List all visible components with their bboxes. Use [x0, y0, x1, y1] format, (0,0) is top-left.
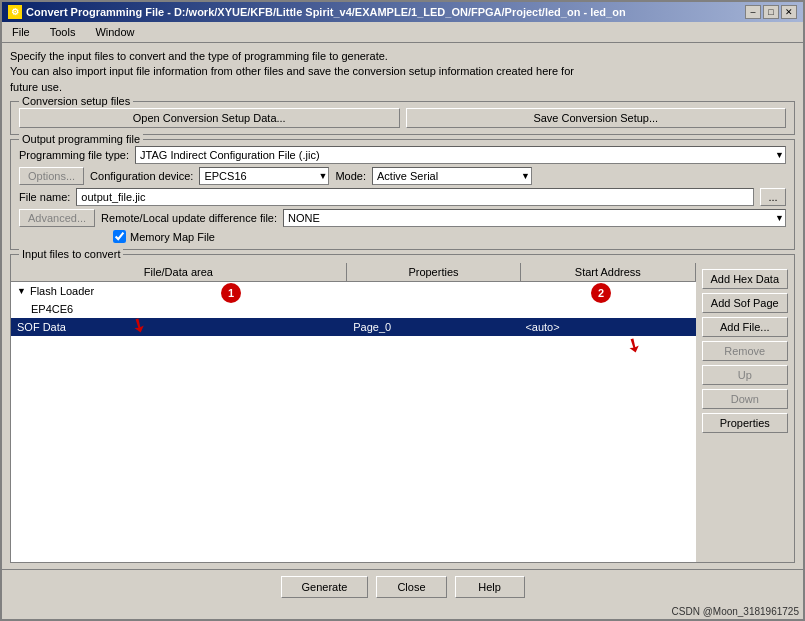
minimize-button[interactable]: –: [745, 5, 761, 19]
up-button[interactable]: Up: [702, 365, 788, 385]
close-button-bottom[interactable]: Close: [376, 576, 446, 598]
ep4ce6-row: EP4CE6: [27, 303, 694, 315]
main-window: ⚙ Convert Programming File - D:/work/XYU…: [0, 0, 805, 621]
conversion-setup-title: Conversion setup files: [19, 95, 133, 107]
input-files-title: Input files to convert: [19, 248, 123, 260]
output-programming-title: Output programming file: [19, 133, 143, 145]
title-bar-left: ⚙ Convert Programming File - D:/work/XYU…: [8, 5, 626, 19]
down-button[interactable]: Down: [702, 389, 788, 409]
add-sof-page-button[interactable]: Add Sof Page: [702, 293, 788, 313]
prog-file-type-label: Programming file type:: [19, 149, 129, 161]
close-button[interactable]: ✕: [781, 5, 797, 19]
output-programming-group: Output programming file Programming file…: [10, 139, 795, 250]
menu-bar: File Tools Window: [2, 22, 803, 43]
title-bar: ⚙ Convert Programming File - D:/work/XYU…: [2, 2, 803, 22]
mode-label: Mode:: [335, 170, 366, 182]
config-device-select-wrapper: EPCS16 ▼: [199, 167, 329, 185]
sof-data-cell: SOF Data: [13, 321, 349, 333]
config-device-label: Configuration device:: [90, 170, 193, 182]
col-properties: Properties: [347, 263, 521, 281]
table-row[interactable]: ▼ Flash Loader: [11, 282, 696, 300]
table-row[interactable]: EP4CE6: [25, 300, 696, 318]
desc-line3: future use.: [10, 80, 795, 95]
memory-map-row: Memory Map File: [19, 230, 786, 243]
add-hex-data-button[interactable]: Add Hex Data: [702, 269, 788, 289]
file-table: File/Data area Properties Start Address …: [11, 263, 696, 562]
menu-tools[interactable]: Tools: [44, 24, 82, 40]
memory-map-checkbox[interactable]: [113, 230, 126, 243]
sof-data-row: SOF Data Page_0 <auto>: [13, 321, 694, 333]
sof-data-label: SOF Data: [17, 321, 66, 333]
input-files-inner: File/Data area Properties Start Address …: [11, 263, 794, 562]
main-content: Specify the input files to convert and t…: [2, 43, 803, 569]
watermark: CSDN @Moon_3181961725: [2, 604, 803, 619]
col-address: Start Address: [521, 263, 695, 281]
maximize-button[interactable]: □: [763, 5, 779, 19]
bottom-bar: Generate Close Help: [2, 569, 803, 604]
file-name-label: File name:: [19, 191, 70, 203]
sof-data-props: Page_0: [349, 321, 521, 333]
title-bar-buttons: – □ ✕: [745, 5, 797, 19]
menu-window[interactable]: Window: [89, 24, 140, 40]
mode-select[interactable]: Active Serial: [372, 167, 532, 185]
ep4ce6-label: EP4CE6: [31, 303, 73, 315]
generate-button[interactable]: Generate: [281, 576, 369, 598]
save-conversion-btn[interactable]: Save Conversion Setup...: [406, 108, 787, 128]
col-file: File/Data area: [11, 263, 347, 281]
config-device-select[interactable]: EPCS16: [199, 167, 329, 185]
remote-select[interactable]: NONE: [283, 209, 786, 227]
table-row[interactable]: SOF Data Page_0 <auto>: [11, 318, 696, 336]
sof-data-addr: <auto>: [521, 321, 693, 333]
menu-file[interactable]: File: [6, 24, 36, 40]
right-buttons-panel: Add Hex Data Add Sof Page Add File... Re…: [696, 263, 794, 562]
options-config-row: Options... Configuration device: EPCS16 …: [19, 167, 786, 185]
help-button[interactable]: Help: [455, 576, 525, 598]
options-button[interactable]: Options...: [19, 167, 84, 185]
flash-loader-cell: ▼ Flash Loader: [13, 285, 349, 297]
memory-map-checkbox-label[interactable]: Memory Map File: [113, 230, 215, 243]
flash-loader-row: ▼ Flash Loader: [13, 285, 694, 297]
properties-button[interactable]: Properties: [702, 413, 788, 433]
description: Specify the input files to convert and t…: [10, 49, 795, 95]
browse-button[interactable]: ...: [760, 188, 786, 206]
memory-map-label: Memory Map File: [130, 231, 215, 243]
window-icon: ⚙: [8, 5, 22, 19]
ep4ce6-cell: EP4CE6: [27, 303, 356, 315]
add-file-button[interactable]: Add File...: [702, 317, 788, 337]
prog-file-type-select[interactable]: JTAG Indirect Configuration File (.jic): [135, 146, 786, 164]
open-conversion-btn[interactable]: Open Conversion Setup Data...: [19, 108, 400, 128]
prog-file-type-select-wrapper: JTAG Indirect Configuration File (.jic) …: [135, 146, 786, 164]
desc-line2: You can also import input file informati…: [10, 64, 795, 79]
table-header: File/Data area Properties Start Address: [11, 263, 696, 282]
advanced-remote-row: Advanced... Remote/Local update differen…: [19, 209, 786, 227]
mode-select-wrapper: Active Serial ▼: [372, 167, 532, 185]
table-body: ▼ Flash Loader EP4CE6: [11, 282, 696, 562]
desc-line1: Specify the input files to convert and t…: [10, 49, 795, 64]
conversion-setup-row: Open Conversion Setup Data... Save Conve…: [19, 108, 786, 128]
conversion-setup-group: Conversion setup files Open Conversion S…: [10, 101, 795, 135]
remove-button[interactable]: Remove: [702, 341, 788, 361]
file-name-row: File name: ...: [19, 188, 786, 206]
remote-label: Remote/Local update difference file:: [101, 212, 277, 224]
expander-icon[interactable]: ▼: [17, 286, 26, 296]
remote-select-wrapper: NONE ▼: [283, 209, 786, 227]
flash-loader-label: Flash Loader: [30, 285, 94, 297]
file-name-input[interactable]: [76, 188, 754, 206]
advanced-button[interactable]: Advanced...: [19, 209, 95, 227]
input-files-group: Input files to convert File/Data area Pr…: [10, 254, 795, 563]
window-title: Convert Programming File - D:/work/XYUE/…: [26, 6, 626, 18]
prog-file-type-row: Programming file type: JTAG Indirect Con…: [19, 146, 786, 164]
